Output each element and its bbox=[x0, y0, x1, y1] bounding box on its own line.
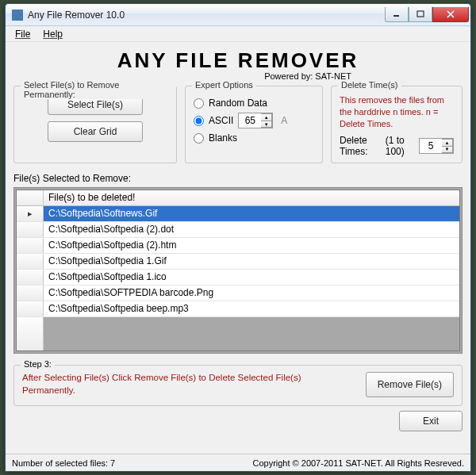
svg-rect-1 bbox=[417, 11, 424, 17]
remove-files-button[interactable]: Remove File(s) bbox=[366, 372, 454, 397]
clear-grid-button[interactable]: Clear Grid bbox=[48, 121, 143, 142]
radio-blanks[interactable] bbox=[194, 133, 204, 144]
step3-legend: Step 3: bbox=[21, 359, 55, 369]
table-row[interactable]: C:\Softpedia\Softpedia (2).dot bbox=[17, 222, 459, 238]
delete-times-legend: Delete Time(s) bbox=[338, 80, 401, 90]
step3-message: After Selecting File(s) Click Remove Fil… bbox=[22, 372, 356, 396]
label-ascii: ASCII bbox=[209, 115, 233, 126]
expert-options-group: Expert Options Random Data ASCII ▲ ▼ bbox=[185, 86, 323, 163]
file-path: C:\Softpedia\Softpedia (2).dot bbox=[44, 222, 459, 237]
expert-options-legend: Expert Options bbox=[192, 80, 256, 90]
label-blanks: Blanks bbox=[209, 132, 237, 144]
file-path: C:\Softpedia\SOFTPEDIA barcode.Png bbox=[44, 285, 459, 301]
maximize-button[interactable] bbox=[409, 7, 432, 22]
row-indicator: ▸ bbox=[17, 206, 44, 221]
ascii-spinner: ▲ ▼ bbox=[238, 113, 273, 128]
close-button[interactable] bbox=[432, 7, 469, 22]
radio-random-data[interactable] bbox=[194, 98, 204, 109]
row-indicator bbox=[17, 254, 44, 269]
statusbar: Number of selected files: 7 Copyright © … bbox=[6, 454, 470, 471]
app-title: ANY FILE REMOVER bbox=[13, 48, 463, 73]
client-area: ANY FILE REMOVER Powered by: SAT-NET Sel… bbox=[6, 42, 470, 435]
menu-help[interactable]: Help bbox=[38, 27, 67, 41]
ascii-spin-up[interactable]: ▲ bbox=[261, 113, 272, 121]
row-indicator bbox=[17, 285, 44, 301]
table-row[interactable]: C:\Softpedia\SOFTPEDIA barcode.Png bbox=[17, 285, 459, 301]
file-path: C:\Softpedia\Softpedia 1.ico bbox=[44, 270, 459, 285]
ascii-suffix: A bbox=[281, 115, 287, 126]
label-random-data: Random Data bbox=[209, 98, 267, 109]
file-path: C:\Softpedia\Softpedia (2).htm bbox=[44, 238, 459, 253]
row-indicator bbox=[17, 222, 44, 237]
window-buttons bbox=[385, 7, 469, 22]
app-window: Any File Remover 10.0 File Help ANY FILE… bbox=[5, 3, 471, 472]
table-row[interactable]: C:\Softpedia\Softpedia 1.Gif bbox=[17, 254, 459, 270]
grid-label: File(s) Selected to Remove: bbox=[13, 173, 463, 184]
row-indicator bbox=[17, 301, 44, 316]
titlebar[interactable]: Any File Remover 10.0 bbox=[6, 4, 470, 26]
exit-button[interactable]: Exit bbox=[399, 411, 463, 431]
file-path: C:\Softpedia\Softnews.Gif bbox=[44, 206, 459, 221]
ascii-spin-down[interactable]: ▼ bbox=[261, 121, 272, 128]
file-path: C:\Softpedia\Softpedia beep.mp3 bbox=[44, 301, 459, 316]
file-path: C:\Softpedia\Softpedia 1.Gif bbox=[44, 254, 459, 269]
grid-body: ▸C:\Softpedia\Softnews.GifC:\Softpedia\S… bbox=[17, 206, 459, 351]
delete-times-spinner: ▲ ▼ bbox=[419, 138, 454, 154]
status-copyright: Copyright © 2007-2011 SAT-NET. All Right… bbox=[252, 458, 464, 468]
select-files-group: Select File(s) to Remove Permanently: Se… bbox=[13, 86, 177, 163]
window-title: Any File Remover 10.0 bbox=[28, 10, 385, 21]
table-row[interactable]: C:\Softpedia\Softpedia beep.mp3 bbox=[17, 301, 459, 317]
table-row[interactable]: C:\Softpedia\Softpedia 1.ico bbox=[17, 270, 459, 285]
select-files-legend: Select File(s) to Remove Permanently: bbox=[21, 80, 176, 99]
row-indicator bbox=[17, 270, 44, 285]
menu-file[interactable]: File bbox=[10, 27, 35, 41]
row-indicator bbox=[17, 238, 44, 253]
table-row[interactable]: C:\Softpedia\Softpedia (2).htm bbox=[17, 238, 459, 254]
grid-header-rowsel bbox=[17, 190, 44, 205]
delete-times-spin-up[interactable]: ▲ bbox=[442, 139, 453, 146]
delete-times-label: Delete Times: bbox=[340, 135, 381, 157]
step3-group: Step 3: After Selecting File(s) Click Re… bbox=[13, 365, 463, 406]
delete-times-range: (1 to 100) bbox=[386, 135, 414, 157]
ascii-value-input[interactable] bbox=[239, 115, 261, 126]
status-file-count: Number of selected files: 7 bbox=[12, 458, 115, 468]
delete-description: This removes the files from the harddriv… bbox=[340, 94, 454, 130]
delete-times-group: Delete Time(s) This removes the files fr… bbox=[331, 86, 463, 163]
minimize-button[interactable] bbox=[385, 7, 409, 22]
menubar: File Help bbox=[6, 26, 470, 42]
delete-times-input[interactable] bbox=[420, 140, 442, 151]
file-grid[interactable]: File(s) to be deleted! ▸C:\Softpedia\Sof… bbox=[16, 190, 460, 351]
grid-header: File(s) to be deleted! bbox=[17, 190, 459, 206]
grid-container: File(s) to be deleted! ▸C:\Softpedia\Sof… bbox=[13, 187, 463, 354]
delete-times-spin-down[interactable]: ▼ bbox=[442, 146, 453, 153]
table-row[interactable]: ▸C:\Softpedia\Softnews.Gif bbox=[17, 206, 459, 222]
app-icon bbox=[12, 10, 23, 21]
grid-header-col: File(s) to be deleted! bbox=[44, 190, 459, 205]
radio-ascii[interactable] bbox=[194, 116, 204, 126]
